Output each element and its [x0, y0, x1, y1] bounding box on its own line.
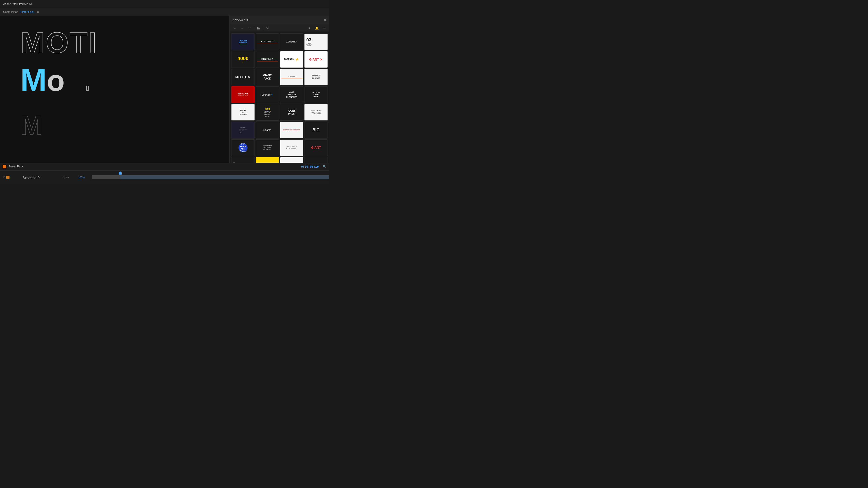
- top-bar: Adobe AfterEffects 2051: [0, 0, 329, 8]
- list-item[interactable]: AEVIEWER: [256, 33, 279, 50]
- aeviewer-menu-icon[interactable]: ≡: [246, 18, 248, 22]
- star-button[interactable]: ★: [307, 26, 313, 31]
- aeviewer-toolbar: ← → ↻ ★ 🔔 ⋯: [230, 24, 329, 32]
- list-item[interactable]: BIG PACK: [256, 51, 279, 68]
- app-title: Adobe AfterEffects 2051: [3, 2, 32, 6]
- aeviewer-title: Aeviewer ≡: [232, 18, 248, 22]
- grid-container: OVER 4000ELEMENTS AEVIEWER AEVIEWER: [230, 32, 329, 163]
- forward-button[interactable]: →: [239, 26, 245, 31]
- cursor-dot: [86, 86, 89, 91]
- search-icon-timeline[interactable]: 🔍: [323, 165, 327, 168]
- search-button[interactable]: [265, 26, 271, 31]
- list-item[interactable]: 01 For AdobeAfterEffects: [231, 157, 255, 163]
- comp-name-bottom: Boster Pack: [8, 165, 23, 168]
- timeline-played: [92, 175, 120, 180]
- toolbar-sep-1: [254, 26, 254, 30]
- comp-menu-icon[interactable]: ≡: [37, 10, 39, 14]
- list-item[interactable]: FONT MANAGERBY MOTIONLAND: [280, 157, 304, 163]
- list-item[interactable]: 03. THREEPREVIEWMODES: [304, 33, 328, 50]
- list-item[interactable]: GIANT: [304, 139, 328, 156]
- svg-point-0: [267, 27, 268, 29]
- list-item[interactable]: ICONSPACK: [280, 104, 304, 121]
- list-item[interactable]: MOTION LAND: [256, 157, 279, 163]
- list-item[interactable]: 4000 ELEMENTSMADE IN ONEUNIQUE STYLE: [304, 104, 328, 121]
- m-letter: M: [20, 64, 47, 96]
- canvas-inner: MOTI M o M: [4, 19, 229, 163]
- list-item[interactable]: Preview andimport filesin one click: [256, 139, 279, 156]
- list-item[interactable]: Unlimitedcombinationsin a fewclicks: [231, 122, 255, 138]
- list-item[interactable]: GIANTPACK: [256, 69, 279, 86]
- layer-color-swatch: [6, 176, 9, 179]
- canvas-area: MOTI M o M: [0, 16, 230, 163]
- list-item[interactable]: BIGPACK ⚡: [280, 51, 304, 68]
- list-item[interactable]: For AdobeAfterEffects: [231, 139, 255, 156]
- aeviewer-close-button[interactable]: ✕: [323, 18, 327, 22]
- comp-color-swatch: [3, 165, 6, 168]
- layer-name[interactable]: Typography 154: [23, 176, 50, 179]
- list-item[interactable]: BIG PACK OFISOMETRICELEMENTS: [304, 69, 328, 86]
- list-item[interactable]: " GIANT PACK ISYOUR JETPACK ": [280, 139, 304, 156]
- timecode[interactable]: 0:00:08:10: [301, 165, 319, 168]
- list-item[interactable]: Search: [256, 122, 279, 138]
- main-content: MOTI M o M Aeviewer ≡ ✕ ← → ↻: [0, 16, 329, 163]
- m-outline-text: M: [20, 111, 43, 139]
- list-item[interactable]: 4000 ≡: [231, 51, 255, 68]
- list-item[interactable]: 4000 ELEMENTSMADE INCLASSICSTYLE: [256, 104, 279, 121]
- playhead[interactable]: [119, 171, 122, 175]
- list-item[interactable]: FOCUSONTHE GOOD: [231, 104, 255, 121]
- timeline-area: Boster Pack 0:00:08:10 🔍 👁 Typography 15…: [0, 163, 329, 184]
- comp-name[interactable]: Boster Pack: [20, 10, 34, 13]
- timeline-track: 👁 Typography 154 None 100%: [0, 170, 329, 184]
- aeviewer-header: Aeviewer ≡ ✕: [230, 16, 329, 24]
- bell-button[interactable]: 🔔: [314, 26, 320, 31]
- list-item[interactable]: MOTIONLANDPACK: [304, 86, 328, 103]
- list-item[interactable]: OVER 4000ELEMENTS: [231, 33, 255, 50]
- layer-none[interactable]: None: [63, 176, 76, 179]
- toolbar-sep-2: [263, 26, 264, 30]
- list-item[interactable]: MOTION: [231, 69, 255, 86]
- aeviewer-title-text: Aeviewer: [232, 18, 245, 22]
- mo-text: M o: [20, 64, 65, 96]
- comp-label: Composition: [3, 10, 18, 13]
- moti-text: MOTI: [20, 28, 97, 57]
- list-item[interactable]: GIANT ✕: [304, 51, 328, 68]
- list-item[interactable]: AEVIEWER: [280, 33, 304, 50]
- list-item[interactable]: BIG PACK OFELEMENTS: [304, 157, 328, 163]
- layer-percentage: 100%: [78, 176, 90, 179]
- thumbnails-grid: OVER 4000ELEMENTS AEVIEWER AEVIEWER: [231, 33, 328, 163]
- back-button[interactable]: ←: [232, 26, 238, 31]
- list-item[interactable]: AEVIEWER: [280, 69, 304, 86]
- list-item[interactable]: BIG PACK OF ELEMENTS: [280, 122, 304, 138]
- svg-line-1: [268, 29, 269, 29]
- timeline-remaining: [120, 175, 329, 180]
- o-letter: o: [47, 66, 65, 95]
- timeline-bar[interactable]: [92, 170, 329, 184]
- layer-visibility-controls: 👁: [3, 176, 21, 179]
- eye-icon[interactable]: 👁: [3, 176, 5, 179]
- list-item[interactable]: BIG: [304, 122, 328, 138]
- refresh-button[interactable]: ↻: [246, 26, 252, 31]
- folder-button[interactable]: [255, 26, 262, 31]
- list-item[interactable]: 4000VECTORELEMENTS: [280, 86, 304, 103]
- more-button[interactable]: ⋯: [321, 26, 327, 31]
- list-item[interactable]: Jetpack.●: [256, 86, 279, 103]
- aeviewer-panel: Aeviewer ≡ ✕ ← → ↻ ★ 🔔 ⋯: [230, 16, 329, 163]
- timeline-header: Boster Pack 0:00:08:10 🔍: [0, 163, 329, 170]
- comp-bar: Composition Boster Pack ≡: [0, 8, 329, 16]
- list-item[interactable]: MOTIONLAND MOTIONLAND: [231, 86, 255, 103]
